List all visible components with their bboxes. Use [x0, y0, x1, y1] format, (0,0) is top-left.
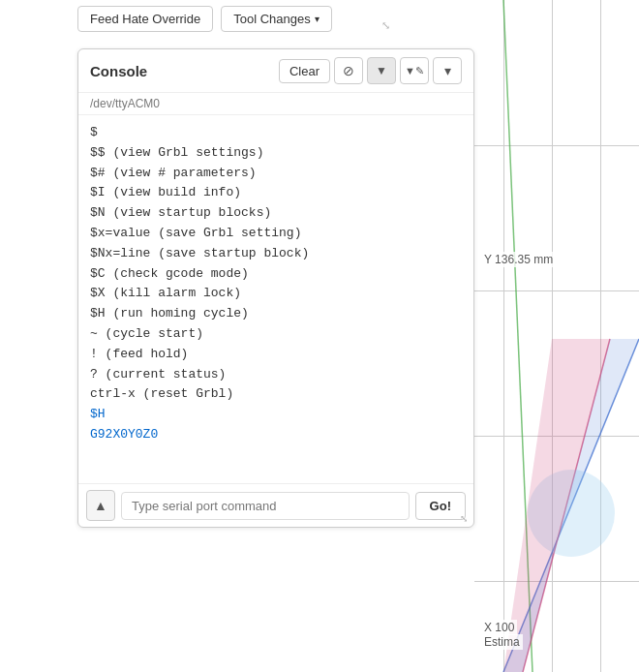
clear-button[interactable]: Clear	[279, 59, 330, 83]
filter-edit-icon-button[interactable]: ▼✎	[400, 57, 429, 84]
console-port: /dev/ttyACM0	[78, 93, 473, 115]
filter-edit-icon: ▼✎	[405, 65, 424, 77]
feed-rate-label: Feed Hate Override	[90, 12, 200, 26]
y-coordinate-label: Y 136.35 mm	[481, 252, 556, 267]
console-line: ~ (cycle start)	[90, 324, 462, 345]
console-line: G92X0Y0Z0	[90, 425, 462, 445]
tool-changes-label: Tool Changes	[233, 12, 311, 26]
console-line: $N (view startup blocks)	[90, 203, 462, 224]
console-line: $$ (view Grbl settings)	[90, 143, 462, 164]
estimate-label-text: Estima	[484, 635, 520, 649]
console-header: Console Clear ⊘ ▼ ▼✎ ▾	[78, 49, 473, 93]
console-line: $C (check gcode mode)	[90, 264, 462, 285]
no-entry-icon: ⊘	[343, 63, 354, 78]
up-arrow-icon: ▲	[94, 498, 107, 513]
resize-handle-top[interactable]: ⤡	[381, 19, 390, 32]
y-label-text: Y 136.35 mm	[484, 253, 553, 266]
x-coordinate-label: X 100	[481, 620, 517, 635]
console-line: $# (view # parameters)	[90, 164, 462, 184]
console-header-buttons: Clear ⊘ ▼ ▼✎ ▾	[279, 57, 462, 84]
dropdown-icon-button[interactable]: ▾	[433, 57, 462, 84]
dropdown-arrow-icon: ▾	[444, 63, 451, 78]
console-line: $x=value (save Grbl setting)	[90, 224, 462, 244]
no-entry-icon-button[interactable]: ⊘	[334, 57, 363, 84]
canvas-area	[474, 0, 639, 672]
console-line: $H (run homing cycle)	[90, 304, 462, 324]
console-line: ? (current status)	[90, 365, 462, 385]
console-title: Console	[90, 63, 271, 79]
canvas-svg	[474, 0, 639, 672]
filter-icon-button[interactable]: ▼	[367, 57, 396, 84]
console-output: $$$ (view Grbl settings)$# (view # param…	[78, 115, 473, 483]
console-line: $Nx=line (save startup block)	[90, 244, 462, 264]
console-line: ctrl-x (reset Grbl)	[90, 384, 462, 405]
console-footer: ▲ Go!	[78, 483, 473, 527]
console-line: $H	[90, 405, 462, 425]
tool-changes-button[interactable]: Tool Changes ▾	[221, 6, 332, 32]
serial-port-input[interactable]	[121, 492, 410, 520]
console-line: $I (view build info)	[90, 183, 462, 203]
estimate-label: Estima	[481, 634, 523, 650]
go-button[interactable]: Go!	[415, 492, 466, 520]
console-line: ! (feed hold)	[90, 345, 462, 365]
command-history-button[interactable]: ▲	[86, 490, 115, 521]
top-toolbar: Feed Hate Override Tool Changes ▾ ⤡	[77, 0, 332, 38]
console-line: $	[90, 123, 462, 143]
tool-changes-arrow-icon: ▾	[315, 14, 320, 24]
console-panel: Console Clear ⊘ ▼ ▼✎ ▾ /dev/ttyACM0 $$$ …	[77, 48, 474, 528]
resize-handle[interactable]: ⤡	[460, 513, 472, 525]
x-label-text: X 100	[484, 621, 514, 634]
feed-rate-override-button[interactable]: Feed Hate Override	[77, 6, 213, 32]
console-line: $X (kill alarm lock)	[90, 284, 462, 304]
filter-icon: ▼	[376, 64, 387, 77]
